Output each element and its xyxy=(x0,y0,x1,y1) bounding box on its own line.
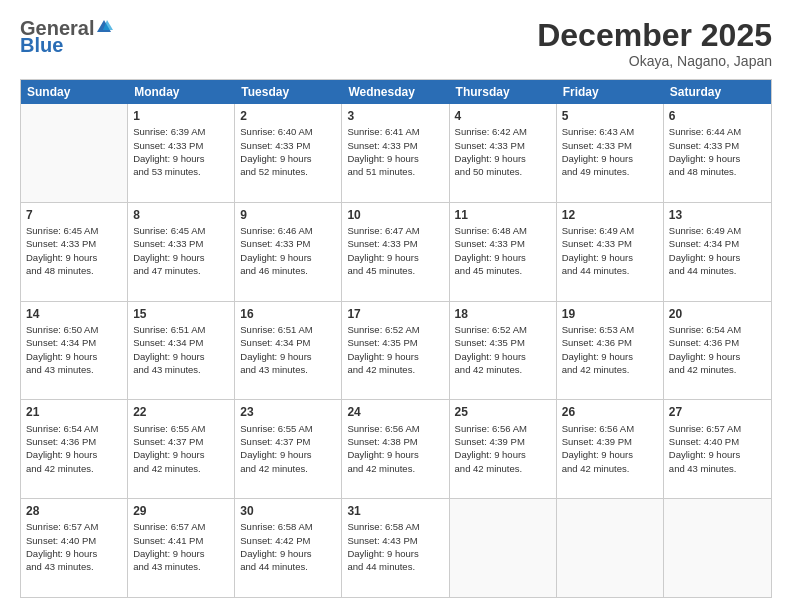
day-info: Sunrise: 6:52 AM Sunset: 4:35 PM Dayligh… xyxy=(455,323,551,376)
header-day-friday: Friday xyxy=(557,80,664,104)
day-number: 5 xyxy=(562,108,658,124)
calendar-cell xyxy=(450,499,557,597)
logo-icon xyxy=(95,18,113,36)
day-number: 11 xyxy=(455,207,551,223)
day-number: 1 xyxy=(133,108,229,124)
calendar-cell: 2Sunrise: 6:40 AM Sunset: 4:33 PM Daylig… xyxy=(235,104,342,202)
day-info: Sunrise: 6:56 AM Sunset: 4:38 PM Dayligh… xyxy=(347,422,443,475)
day-number: 6 xyxy=(669,108,766,124)
day-number: 16 xyxy=(240,306,336,322)
calendar-week-1: 1Sunrise: 6:39 AM Sunset: 4:33 PM Daylig… xyxy=(21,104,771,203)
calendar-cell: 15Sunrise: 6:51 AM Sunset: 4:34 PM Dayli… xyxy=(128,302,235,400)
day-info: Sunrise: 6:57 AM Sunset: 4:40 PM Dayligh… xyxy=(669,422,766,475)
day-info: Sunrise: 6:58 AM Sunset: 4:43 PM Dayligh… xyxy=(347,520,443,573)
calendar-cell: 27Sunrise: 6:57 AM Sunset: 4:40 PM Dayli… xyxy=(664,400,771,498)
day-number: 12 xyxy=(562,207,658,223)
calendar-cell: 9Sunrise: 6:46 AM Sunset: 4:33 PM Daylig… xyxy=(235,203,342,301)
calendar-cell: 3Sunrise: 6:41 AM Sunset: 4:33 PM Daylig… xyxy=(342,104,449,202)
calendar-cell: 23Sunrise: 6:55 AM Sunset: 4:37 PM Dayli… xyxy=(235,400,342,498)
day-number: 3 xyxy=(347,108,443,124)
calendar-week-5: 28Sunrise: 6:57 AM Sunset: 4:40 PM Dayli… xyxy=(21,499,771,597)
day-info: Sunrise: 6:42 AM Sunset: 4:33 PM Dayligh… xyxy=(455,125,551,178)
day-info: Sunrise: 6:48 AM Sunset: 4:33 PM Dayligh… xyxy=(455,224,551,277)
page-header: General Blue December 2025 Okaya, Nagano… xyxy=(20,18,772,69)
day-info: Sunrise: 6:44 AM Sunset: 4:33 PM Dayligh… xyxy=(669,125,766,178)
day-info: Sunrise: 6:54 AM Sunset: 4:36 PM Dayligh… xyxy=(26,422,122,475)
day-number: 30 xyxy=(240,503,336,519)
day-number: 7 xyxy=(26,207,122,223)
calendar-cell: 7Sunrise: 6:45 AM Sunset: 4:33 PM Daylig… xyxy=(21,203,128,301)
calendar-cell: 14Sunrise: 6:50 AM Sunset: 4:34 PM Dayli… xyxy=(21,302,128,400)
header-day-saturday: Saturday xyxy=(664,80,771,104)
calendar-cell: 25Sunrise: 6:56 AM Sunset: 4:39 PM Dayli… xyxy=(450,400,557,498)
day-info: Sunrise: 6:49 AM Sunset: 4:34 PM Dayligh… xyxy=(669,224,766,277)
day-info: Sunrise: 6:40 AM Sunset: 4:33 PM Dayligh… xyxy=(240,125,336,178)
logo: General Blue xyxy=(20,18,113,57)
day-number: 24 xyxy=(347,404,443,420)
day-number: 29 xyxy=(133,503,229,519)
day-number: 10 xyxy=(347,207,443,223)
day-number: 13 xyxy=(669,207,766,223)
calendar-cell: 8Sunrise: 6:45 AM Sunset: 4:33 PM Daylig… xyxy=(128,203,235,301)
calendar-cell: 21Sunrise: 6:54 AM Sunset: 4:36 PM Dayli… xyxy=(21,400,128,498)
calendar-cell: 17Sunrise: 6:52 AM Sunset: 4:35 PM Dayli… xyxy=(342,302,449,400)
day-info: Sunrise: 6:54 AM Sunset: 4:36 PM Dayligh… xyxy=(669,323,766,376)
calendar-cell: 18Sunrise: 6:52 AM Sunset: 4:35 PM Dayli… xyxy=(450,302,557,400)
header-day-wednesday: Wednesday xyxy=(342,80,449,104)
header-day-thursday: Thursday xyxy=(450,80,557,104)
header-day-monday: Monday xyxy=(128,80,235,104)
calendar-cell: 4Sunrise: 6:42 AM Sunset: 4:33 PM Daylig… xyxy=(450,104,557,202)
day-number: 15 xyxy=(133,306,229,322)
day-number: 26 xyxy=(562,404,658,420)
day-info: Sunrise: 6:45 AM Sunset: 4:33 PM Dayligh… xyxy=(133,224,229,277)
location: Okaya, Nagano, Japan xyxy=(537,53,772,69)
day-info: Sunrise: 6:45 AM Sunset: 4:33 PM Dayligh… xyxy=(26,224,122,277)
calendar-cell xyxy=(664,499,771,597)
calendar-cell xyxy=(557,499,664,597)
month-title: December 2025 xyxy=(537,18,772,53)
day-number: 31 xyxy=(347,503,443,519)
calendar-cell: 1Sunrise: 6:39 AM Sunset: 4:33 PM Daylig… xyxy=(128,104,235,202)
calendar-cell: 28Sunrise: 6:57 AM Sunset: 4:40 PM Dayli… xyxy=(21,499,128,597)
calendar-week-3: 14Sunrise: 6:50 AM Sunset: 4:34 PM Dayli… xyxy=(21,302,771,401)
day-info: Sunrise: 6:58 AM Sunset: 4:42 PM Dayligh… xyxy=(240,520,336,573)
day-number: 17 xyxy=(347,306,443,322)
day-number: 19 xyxy=(562,306,658,322)
calendar-cell: 30Sunrise: 6:58 AM Sunset: 4:42 PM Dayli… xyxy=(235,499,342,597)
header-day-tuesday: Tuesday xyxy=(235,80,342,104)
day-info: Sunrise: 6:52 AM Sunset: 4:35 PM Dayligh… xyxy=(347,323,443,376)
day-info: Sunrise: 6:55 AM Sunset: 4:37 PM Dayligh… xyxy=(133,422,229,475)
day-info: Sunrise: 6:56 AM Sunset: 4:39 PM Dayligh… xyxy=(562,422,658,475)
day-info: Sunrise: 6:53 AM Sunset: 4:36 PM Dayligh… xyxy=(562,323,658,376)
calendar-cell: 29Sunrise: 6:57 AM Sunset: 4:41 PM Dayli… xyxy=(128,499,235,597)
day-number: 27 xyxy=(669,404,766,420)
day-info: Sunrise: 6:50 AM Sunset: 4:34 PM Dayligh… xyxy=(26,323,122,376)
day-number: 8 xyxy=(133,207,229,223)
day-info: Sunrise: 6:46 AM Sunset: 4:33 PM Dayligh… xyxy=(240,224,336,277)
day-info: Sunrise: 6:57 AM Sunset: 4:41 PM Dayligh… xyxy=(133,520,229,573)
calendar-cell: 16Sunrise: 6:51 AM Sunset: 4:34 PM Dayli… xyxy=(235,302,342,400)
calendar-cell: 19Sunrise: 6:53 AM Sunset: 4:36 PM Dayli… xyxy=(557,302,664,400)
logo-blue-text: Blue xyxy=(20,34,63,57)
calendar-week-4: 21Sunrise: 6:54 AM Sunset: 4:36 PM Dayli… xyxy=(21,400,771,499)
calendar-cell: 20Sunrise: 6:54 AM Sunset: 4:36 PM Dayli… xyxy=(664,302,771,400)
calendar-week-2: 7Sunrise: 6:45 AM Sunset: 4:33 PM Daylig… xyxy=(21,203,771,302)
day-info: Sunrise: 6:39 AM Sunset: 4:33 PM Dayligh… xyxy=(133,125,229,178)
day-info: Sunrise: 6:49 AM Sunset: 4:33 PM Dayligh… xyxy=(562,224,658,277)
day-number: 22 xyxy=(133,404,229,420)
day-info: Sunrise: 6:55 AM Sunset: 4:37 PM Dayligh… xyxy=(240,422,336,475)
calendar-cell: 6Sunrise: 6:44 AM Sunset: 4:33 PM Daylig… xyxy=(664,104,771,202)
calendar-cell xyxy=(21,104,128,202)
day-info: Sunrise: 6:43 AM Sunset: 4:33 PM Dayligh… xyxy=(562,125,658,178)
calendar: SundayMondayTuesdayWednesdayThursdayFrid… xyxy=(20,79,772,598)
day-info: Sunrise: 6:47 AM Sunset: 4:33 PM Dayligh… xyxy=(347,224,443,277)
day-number: 28 xyxy=(26,503,122,519)
day-number: 2 xyxy=(240,108,336,124)
calendar-cell: 5Sunrise: 6:43 AM Sunset: 4:33 PM Daylig… xyxy=(557,104,664,202)
calendar-cell: 11Sunrise: 6:48 AM Sunset: 4:33 PM Dayli… xyxy=(450,203,557,301)
day-number: 14 xyxy=(26,306,122,322)
header-day-sunday: Sunday xyxy=(21,80,128,104)
calendar-cell: 12Sunrise: 6:49 AM Sunset: 4:33 PM Dayli… xyxy=(557,203,664,301)
day-number: 9 xyxy=(240,207,336,223)
calendar-cell: 13Sunrise: 6:49 AM Sunset: 4:34 PM Dayli… xyxy=(664,203,771,301)
